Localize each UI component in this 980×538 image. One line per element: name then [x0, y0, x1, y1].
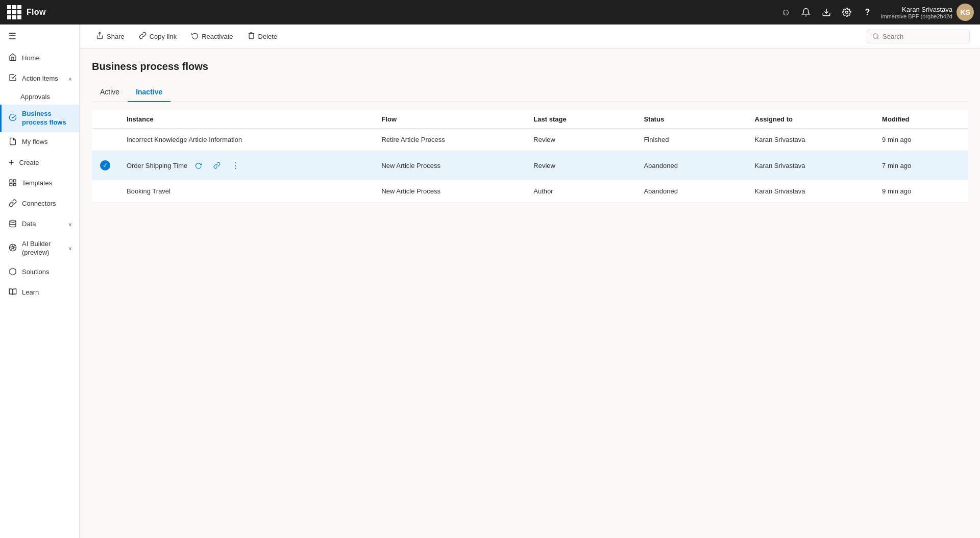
user-name: Karan Srivastava — [880, 6, 952, 13]
col-header-modified[interactable]: Modified — [874, 110, 968, 129]
svg-rect-4 — [13, 183, 16, 186]
row3-instance: Booking Travel — [118, 180, 373, 203]
row-more-action[interactable]: ⋮ — [228, 158, 242, 173]
topbar: Flow ☺ ? Karan Srivastava Immersive BPF … — [0, 0, 980, 25]
row3-status: Abandoned — [635, 180, 746, 203]
row3-flow: New Article Process — [373, 180, 525, 203]
row2-status: Abandoned — [635, 151, 746, 180]
sidebar-item-learn[interactable]: Learn — [0, 283, 79, 303]
emoji-button[interactable]: ☺ — [776, 3, 795, 21]
sidebar-item-home[interactable]: Home — [0, 48, 79, 68]
row2-flow: New Article Process — [373, 151, 525, 180]
hamburger-menu[interactable]: ☰ — [0, 25, 79, 48]
table-row[interactable]: Incorrect Knowledge Article Information … — [92, 129, 968, 151]
bpf-label: Business process flows — [22, 110, 72, 127]
action-items-icon — [9, 74, 17, 84]
home-label: Home — [22, 54, 72, 63]
ai-builder-label: AI Builder (preview) — [22, 240, 63, 257]
table-row[interactable]: Booking Travel New Article Process Autho… — [92, 180, 968, 203]
search-input[interactable] — [883, 33, 964, 40]
search-box[interactable] — [867, 30, 970, 43]
sidebar-item-my-flows[interactable]: My flows — [0, 132, 79, 153]
home-icon — [9, 53, 17, 63]
sidebar-item-templates[interactable]: Templates — [0, 174, 79, 194]
app-title: Flow — [27, 8, 46, 17]
row1-select[interactable] — [92, 129, 118, 151]
row1-status: Finished — [635, 129, 746, 151]
svg-rect-3 — [13, 180, 16, 182]
svg-rect-2 — [10, 180, 12, 182]
sidebar-item-solutions[interactable]: Solutions — [0, 262, 79, 283]
copy-link-icon — [139, 32, 146, 41]
tab-active[interactable]: Active — [92, 83, 128, 102]
delete-button[interactable]: Delete — [241, 29, 284, 44]
col-header-status[interactable]: Status — [635, 110, 746, 129]
row3-modified: 9 min ago — [874, 180, 968, 203]
delete-label: Delete — [258, 33, 278, 40]
svg-line-10 — [877, 38, 879, 39]
solutions-icon — [9, 267, 17, 278]
data-chevron: ∨ — [68, 222, 72, 227]
download-button[interactable] — [817, 3, 836, 21]
col-header-assigned[interactable]: Assigned to — [747, 110, 874, 129]
tab-inactive[interactable]: Inactive — [128, 83, 170, 102]
sidebar-item-data[interactable]: Data ∨ — [0, 214, 79, 235]
sidebar-item-connectors[interactable]: Connectors — [0, 194, 79, 214]
col-header-instance[interactable]: Instance — [118, 110, 373, 129]
action-items-chevron: ∧ — [68, 76, 72, 82]
learn-label: Learn — [22, 288, 72, 297]
row2-modified: 7 min ago — [874, 151, 968, 180]
share-label: Share — [107, 33, 125, 40]
connectors-icon — [9, 199, 17, 209]
row-actions: ⋮ — [191, 158, 242, 173]
user-org: Immersive BPF (orgbe2b42d — [880, 13, 952, 19]
delete-icon — [248, 32, 255, 41]
row-run-action[interactable] — [191, 158, 206, 173]
apps-launcher[interactable] — [6, 4, 22, 20]
page-title: Business process flows — [92, 61, 968, 72]
topbar-icons: ☺ ? — [776, 3, 876, 21]
reactivate-button[interactable]: Reactivate — [185, 29, 239, 44]
row2-select[interactable]: ✓ — [92, 151, 118, 180]
sidebar-item-bpf[interactable]: Business process flows — [0, 105, 79, 132]
learn-icon — [9, 288, 17, 298]
page-content: Business process flows Active Inactive I… — [80, 48, 980, 538]
share-button[interactable]: Share — [90, 29, 131, 44]
row3-select[interactable] — [92, 180, 118, 203]
ai-builder-icon — [9, 243, 17, 254]
templates-label: Templates — [22, 179, 72, 188]
sidebar: ☰ Home Action items ∧ Approvals Business… — [0, 25, 80, 538]
sidebar-item-create[interactable]: + Create — [0, 153, 79, 174]
row2-last-stage: Review — [525, 151, 635, 180]
data-icon — [9, 219, 17, 230]
avatar[interactable]: KS — [957, 4, 974, 21]
row3-last-stage: Author — [525, 180, 635, 203]
col-header-last-stage[interactable]: Last stage — [525, 110, 635, 129]
row-link-action[interactable] — [210, 158, 224, 173]
help-button[interactable]: ? — [858, 3, 876, 21]
user-info: Karan Srivastava Immersive BPF (orgbe2b4… — [880, 6, 952, 19]
row2-assigned: Karan Srivastava — [747, 151, 874, 180]
user-menu[interactable]: Karan Srivastava Immersive BPF (orgbe2b4… — [880, 4, 974, 21]
copy-link-button[interactable]: Copy link — [133, 29, 183, 44]
row2-instance: Order Shipping Time ⋮ — [118, 151, 373, 180]
svg-point-6 — [10, 220, 16, 222]
create-label: Create — [19, 159, 72, 167]
data-label: Data — [22, 220, 63, 229]
solutions-label: Solutions — [22, 268, 72, 277]
notifications-button[interactable] — [797, 3, 815, 21]
toolbar: Share Copy link Reactivate Delete — [80, 25, 980, 48]
content-area: Share Copy link Reactivate Delete — [80, 25, 980, 538]
settings-button[interactable] — [838, 3, 856, 21]
share-icon — [96, 32, 104, 41]
my-flows-icon — [9, 137, 17, 148]
sidebar-item-approvals[interactable]: Approvals — [0, 89, 79, 105]
tab-bar: Active Inactive — [92, 83, 968, 102]
table-row[interactable]: ✓ Order Shipping Time — [92, 151, 968, 180]
row1-flow: Retire Article Process — [373, 129, 525, 151]
sidebar-item-ai-builder[interactable]: AI Builder (preview) ∨ — [0, 235, 79, 262]
sidebar-item-action-items[interactable]: Action items ∧ — [0, 68, 79, 89]
selected-checkmark: ✓ — [100, 160, 110, 170]
svg-point-1 — [846, 11, 848, 14]
col-header-flow[interactable]: Flow — [373, 110, 525, 129]
